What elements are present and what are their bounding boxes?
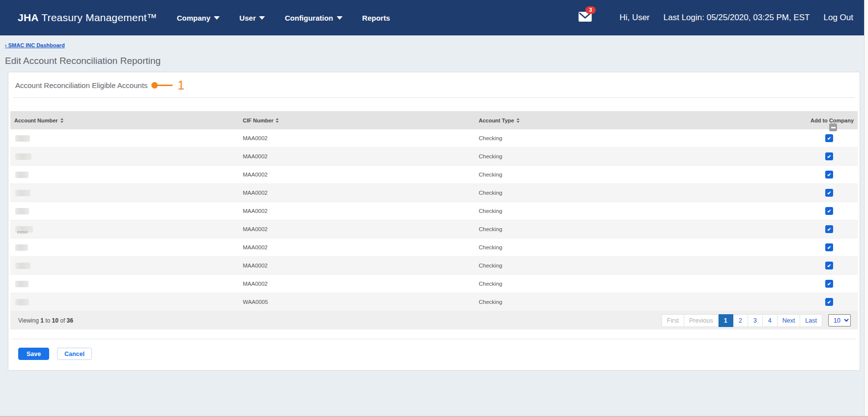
eligible-accounts-table: Account Number CIF Number Account Type A… (10, 111, 858, 329)
account-number-cell (10, 135, 239, 142)
add-to-company-checkbox[interactable] (825, 262, 833, 269)
account-number-cell (10, 244, 239, 251)
column-header-cif-number[interactable]: CIF Number (239, 118, 475, 123)
add-to-company-cell (784, 243, 858, 251)
table-header-row: Account Number CIF Number Account Type A… (10, 111, 858, 129)
table-row: MAA0002 Checking (10, 148, 858, 166)
cif-number-cell: MAA0002 (239, 172, 475, 178)
nav-item-reports[interactable]: Reports (362, 14, 390, 22)
annotation-dot-icon (151, 82, 158, 89)
account-type-cell: Checking (475, 281, 784, 287)
add-to-company-checkbox[interactable] (825, 207, 833, 215)
cif-number-cell: MAA0002 (239, 244, 475, 250)
account-type-cell: Checking (475, 299, 784, 305)
account-number-redacted (15, 190, 30, 196)
account-type-cell: Checking (475, 135, 784, 141)
nav-item-company[interactable]: Company (177, 14, 220, 22)
sort-icon (517, 118, 520, 123)
annotation-marker-1: 1 (151, 79, 184, 91)
pagination-2-button[interactable]: 2 (733, 314, 748, 327)
account-number-redacted (15, 208, 29, 214)
account-number-cell (10, 190, 239, 196)
cancel-button[interactable]: Cancel (57, 348, 92, 360)
add-to-company-checkbox[interactable] (825, 280, 833, 288)
logout-button[interactable]: Log Out (824, 13, 854, 23)
sort-icon (60, 118, 63, 123)
breadcrumb-dashboard-link[interactable]: ‹ SMAC INC Dashboard (5, 42, 65, 48)
cif-number-cell: MAA0002 (239, 190, 475, 196)
user-greeting: Hi, User (619, 13, 649, 23)
account-number-cell (10, 208, 239, 214)
account-number-cell (10, 281, 239, 287)
pagination-3-button[interactable]: 3 (748, 314, 763, 327)
add-to-company-checkbox[interactable] (825, 189, 833, 197)
add-to-company-cell (784, 280, 858, 288)
account-type-cell: Checking (475, 172, 784, 178)
column-header-account-type-label: Account Type (479, 118, 514, 123)
add-to-company-checkbox[interactable] (825, 171, 833, 179)
annotation-number: 1 (177, 79, 184, 91)
pagination-last-button[interactable]: Last (800, 314, 822, 327)
chevron-down-icon (337, 16, 343, 20)
nav-item-reports-label: Reports (362, 14, 390, 22)
account-type-cell: Checking (475, 244, 784, 250)
account-type-cell: Checking (475, 263, 784, 268)
save-button[interactable]: Save (18, 348, 49, 360)
add-to-company-checkbox[interactable] (825, 225, 833, 233)
scrollbar-track[interactable] (864, 0, 868, 417)
column-header-account-number[interactable]: Account Number (10, 118, 239, 123)
account-number-cell (10, 263, 239, 269)
add-to-company-cell (784, 134, 858, 142)
pagination-1-button[interactable]: 1 (719, 314, 733, 327)
column-header-add-to-company-label: Add to Company (810, 118, 854, 123)
account-number-redacted (15, 153, 31, 160)
add-to-company-checkbox[interactable] (825, 152, 833, 160)
card-title: Account Reconciliation Eligible Accounts (15, 81, 147, 89)
account-number-redacted (15, 244, 28, 251)
add-to-company-checkbox[interactable] (825, 298, 833, 306)
add-to-company-cell (784, 152, 858, 160)
messages-button[interactable]: 3 (579, 12, 592, 24)
cif-number-cell: MAA0002 (239, 153, 475, 159)
account-number-cell (10, 153, 239, 160)
table-row: MAA0002 Checking (10, 184, 858, 202)
add-to-company-checkbox[interactable] (825, 134, 833, 142)
add-to-company-cell (784, 262, 858, 269)
add-to-company-cell (784, 189, 858, 197)
breadcrumb: ‹ SMAC INC Dashboard (5, 40, 868, 49)
account-number-redacted: 0000 (15, 226, 33, 233)
eligible-accounts-card: Account Reconciliation Eligible Accounts… (8, 72, 860, 371)
table-row: MAA0002 Checking (10, 257, 858, 275)
account-number-cell: 0000 (10, 226, 239, 233)
account-number-redacted (15, 299, 29, 305)
pagination-previous-button: Previous (684, 314, 719, 327)
account-number-cell (10, 299, 239, 305)
add-to-company-cell (784, 207, 858, 215)
pagination-4-button[interactable]: 4 (763, 314, 778, 327)
table-row: MAA0002 Checking (10, 238, 858, 257)
pagination-first-button: First (662, 314, 684, 327)
last-login-text: Last Login: 05/25/2020, 03:25 PM, EST (664, 13, 810, 23)
nav-item-configuration[interactable]: Configuration (285, 14, 342, 22)
add-to-company-checkbox[interactable] (825, 243, 833, 251)
nav-item-company-label: Company (177, 14, 210, 22)
cif-number-cell: WAA0005 (239, 299, 475, 305)
account-type-cell: Checking (475, 190, 784, 196)
table-row: MAA0002 Checking (10, 166, 858, 184)
select-all-checkbox[interactable] (829, 123, 837, 131)
page-title: Edit Account Reconciliation Reporting (5, 56, 868, 66)
card-divider (13, 97, 855, 98)
table-footer: Viewing 1 to 10 of 36 FirstPrevious1234N… (10, 311, 858, 329)
column-header-account-type[interactable]: Account Type (475, 118, 784, 123)
messages-count-badge: 3 (585, 6, 595, 14)
add-to-company-cell (784, 171, 858, 179)
top-navigation-bar: JHA Treasury Management™ Company User Co… (0, 0, 868, 35)
pagination-next-button[interactable]: Next (778, 314, 801, 327)
nav-item-user-label: User (239, 14, 256, 22)
account-type-cell: Checking (475, 153, 784, 159)
column-header-cif-number-label: CIF Number (243, 118, 273, 123)
sort-icon (276, 118, 279, 123)
nav-item-user[interactable]: User (239, 14, 265, 22)
add-to-company-cell (784, 298, 858, 306)
page-size-select[interactable]: 10 (828, 314, 851, 327)
